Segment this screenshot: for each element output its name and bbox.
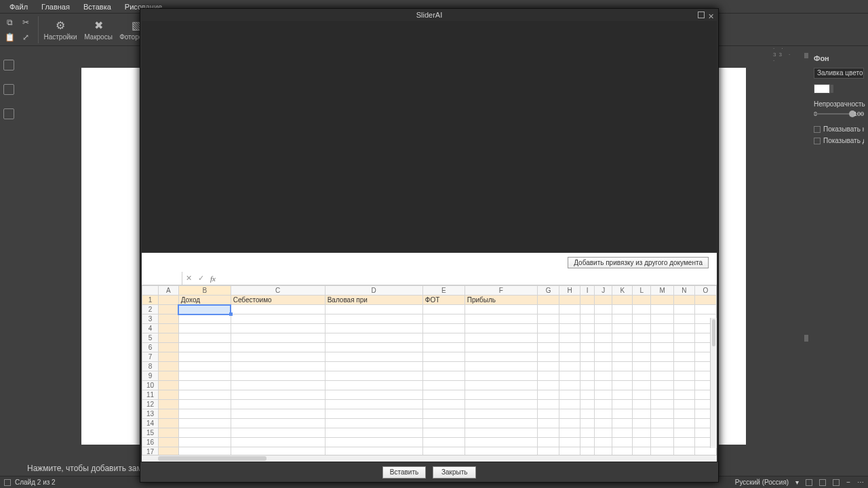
cell-G16[interactable] [537,438,559,447]
cell-K16[interactable] [612,438,633,447]
cell-L17[interactable] [633,447,651,455]
col-header-M[interactable]: M [651,286,673,296]
zoom-out-icon[interactable]: − [846,479,850,486]
cell-F3[interactable] [465,314,537,324]
cell-I6[interactable] [580,343,595,352]
cell-H14[interactable] [559,419,580,428]
cell-L13[interactable] [633,409,651,419]
row-header-4[interactable]: 4 [142,324,159,333]
cell-A3[interactable] [159,314,179,324]
cell-N10[interactable] [673,381,694,390]
cell-G1[interactable] [537,296,559,305]
cell-M7[interactable] [651,352,673,362]
col-header-C[interactable]: C [231,286,325,296]
cell-I16[interactable] [580,438,595,447]
cell-J2[interactable] [595,305,612,314]
row-header-15[interactable]: 15 [142,428,159,438]
cell-M8[interactable] [651,362,673,371]
cell-F9[interactable] [465,371,537,381]
cell-I2[interactable] [580,305,595,314]
cell-D8[interactable] [325,362,422,371]
cell-N4[interactable] [673,324,694,333]
col-header-G[interactable]: G [537,286,559,296]
cell-J9[interactable] [595,371,612,381]
cell-J16[interactable] [595,438,612,447]
cell-A17[interactable] [159,447,179,455]
cell-D12[interactable] [325,400,422,409]
cell-C6[interactable] [231,343,325,352]
cell-A16[interactable] [159,438,179,447]
insert-button[interactable]: Вставить [382,466,426,479]
cell-C9[interactable] [231,371,325,381]
menu-home[interactable]: Главная [35,0,77,14]
cell-K4[interactable] [612,324,633,333]
cell-A5[interactable] [159,333,179,343]
cell-H3[interactable] [559,314,580,324]
cell-K7[interactable] [612,352,633,362]
cell-C8[interactable] [231,362,325,371]
col-header-N[interactable]: N [673,286,694,296]
cell-K10[interactable] [612,381,633,390]
cell-F1[interactable]: Прибыль [465,296,537,305]
show-number-checkbox[interactable]: Показывать номе [814,125,864,133]
cell-L15[interactable] [633,428,651,438]
cell-J3[interactable] [595,314,612,324]
cell-F5[interactable] [465,333,537,343]
cell-K17[interactable] [612,447,633,455]
cell-F12[interactable] [465,400,537,409]
cell-H2[interactable] [559,305,580,314]
grid-corner[interactable] [142,286,159,296]
cell-L10[interactable] [633,381,651,390]
grid[interactable]: ABCDEFGHIJKLMNO1ДоходСебестоимоВаловая п… [142,285,717,455]
cell-A6[interactable] [159,343,179,352]
cell-G3[interactable] [537,314,559,324]
cell-L9[interactable] [633,371,651,381]
cell-G12[interactable] [537,400,559,409]
col-header-D[interactable]: D [325,286,422,296]
cell-L3[interactable] [633,314,651,324]
cell-G7[interactable] [537,352,559,362]
cell-F10[interactable] [465,381,537,390]
menu-insert[interactable]: Вставка [77,0,118,14]
cell-J15[interactable] [595,428,612,438]
cell-E11[interactable] [422,390,465,400]
cell-C17[interactable] [231,447,325,455]
cell-B6[interactable] [178,343,231,352]
cell-N11[interactable] [673,390,694,400]
cell-A15[interactable] [159,428,179,438]
row-header-6[interactable]: 6 [142,343,159,352]
cell-A14[interactable] [159,419,179,428]
cell-G2[interactable] [537,305,559,314]
cell-I10[interactable] [580,381,595,390]
cell-D1[interactable]: Валовая при [325,296,422,305]
cell-K2[interactable] [612,305,633,314]
cell-A11[interactable] [159,390,179,400]
cell-E1[interactable]: ФОТ [422,296,465,305]
cell-M14[interactable] [651,419,673,428]
cell-C2[interactable] [231,305,325,314]
col-header-O[interactable]: O [694,286,716,296]
cell-M10[interactable] [651,381,673,390]
cell-M2[interactable] [651,305,673,314]
row-header-16[interactable]: 16 [142,438,159,447]
cell-H8[interactable] [559,362,580,371]
cell-H17[interactable] [559,447,580,455]
cell-G10[interactable] [537,381,559,390]
cell-O1[interactable] [694,296,716,305]
cell-O17[interactable] [694,447,716,455]
row-header-7[interactable]: 7 [142,352,159,362]
row-header-3[interactable]: 3 [142,314,159,324]
cell-D11[interactable] [325,390,422,400]
cell-M17[interactable] [651,447,673,455]
cell-I8[interactable] [580,362,595,371]
row-header-1[interactable]: 1 [142,296,159,305]
col-header-I[interactable]: I [580,286,595,296]
cell-M9[interactable] [651,371,673,381]
cell-A13[interactable] [159,409,179,419]
play-icon[interactable] [4,479,11,486]
cell-M6[interactable] [651,343,673,352]
cell-D10[interactable] [325,381,422,390]
cell-C15[interactable] [231,428,325,438]
cell-B3[interactable] [178,314,231,324]
cell-D15[interactable] [325,428,422,438]
